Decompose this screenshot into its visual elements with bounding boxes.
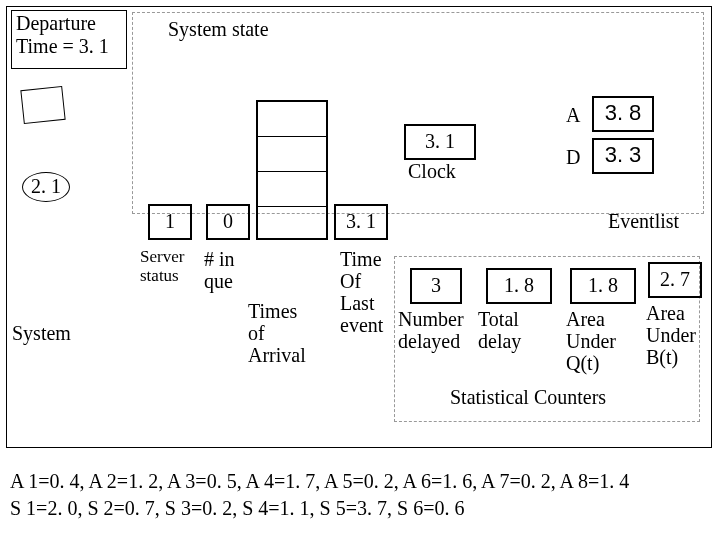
server-status-box: 1 — [148, 204, 192, 240]
departure-line1: Departure — [16, 12, 122, 35]
counter-area-Qt: 1. 8 — [570, 268, 636, 304]
departure-box: Departure Time = 3. 1 — [11, 10, 127, 69]
system-state-label: System state — [168, 18, 269, 41]
arrival-slot — [258, 137, 326, 172]
arrival-slot — [258, 172, 326, 207]
counter-area-Bt-label: Area Under B(t) — [646, 302, 696, 368]
queue-label: # in que — [204, 248, 235, 292]
server-status-label: Server status — [140, 248, 184, 285]
arrival-head-box: 3. 1 — [334, 204, 388, 240]
arrival-slot — [258, 102, 326, 137]
eventlist-label: Eventlist — [608, 210, 679, 233]
counter-total-delay-label: Total delay — [478, 308, 521, 352]
ellipse-value: 2. 1 — [22, 172, 70, 202]
clock-box: 3. 1 — [404, 124, 476, 160]
event-A-label: A — [566, 104, 580, 127]
counter-total-delay: 1. 8 — [486, 268, 552, 304]
counter-number-delayed: 3 — [410, 268, 462, 304]
arrival-slot — [258, 207, 326, 241]
counter-area-Qt-label: Area Under Q(t) — [566, 308, 616, 374]
footer-text: A 1=0. 4, A 2=1. 2, A 3=0. 5, A 4=1. 7, … — [10, 468, 710, 522]
event-D-label: D — [566, 146, 580, 169]
counter-number-delayed-label: Number delayed — [398, 308, 464, 352]
stat-counters-heading: Statistical Counters — [450, 386, 606, 409]
event-D-val: 3. 3 — [592, 138, 654, 174]
counter-area-Bt: 2. 7 — [648, 262, 702, 298]
diagram-canvas: Departure Time = 3. 1 System state 2. 1 … — [0, 0, 720, 540]
arrival-slots — [256, 100, 328, 240]
system-label: System — [12, 322, 71, 345]
event-A-val: 3. 8 — [592, 96, 654, 132]
queue-count-box: 0 — [206, 204, 250, 240]
clock-label: Clock — [408, 160, 456, 183]
times-of-arrival-label: Times of Arrival — [248, 300, 306, 366]
tilted-box — [20, 86, 65, 124]
footer-line-1: A 1=0. 4, A 2=1. 2, A 3=0. 5, A 4=1. 7, … — [10, 468, 710, 495]
footer-line-2: S 1=2. 0, S 2=0. 7, S 3=0. 2, S 4=1. 1, … — [10, 495, 710, 522]
departure-line2: Time = 3. 1 — [16, 35, 122, 58]
time-of-last-event-label: Time Of Last event — [340, 248, 383, 336]
